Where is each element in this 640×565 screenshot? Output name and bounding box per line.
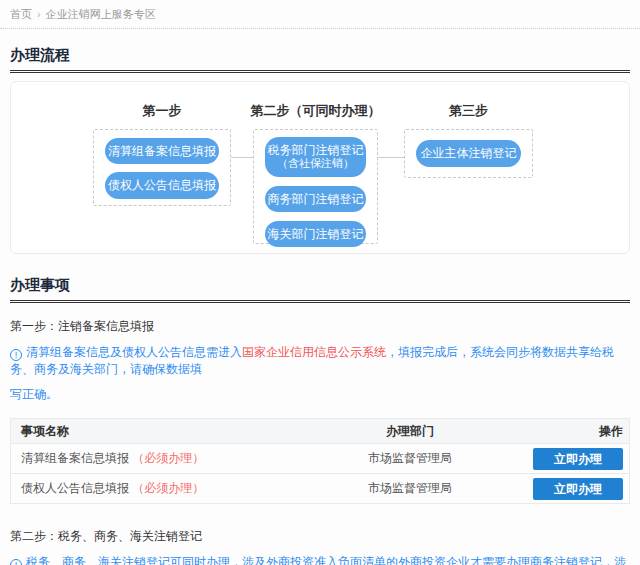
breadcrumb-home-link[interactable]: 首页 bbox=[10, 8, 32, 20]
breadcrumb-current: 企业注销网上服务专区 bbox=[46, 8, 156, 20]
flow-step1-label: 第一步 bbox=[93, 102, 231, 120]
handle-now-button[interactable]: 立即办理 bbox=[533, 478, 623, 500]
flow-diagram: 第一步 第二步（可同时办理） 第三步 清算组备案信息填报 债权人公告信息填报 税… bbox=[10, 81, 630, 254]
department-cell: 市场监督管理局 bbox=[287, 474, 533, 504]
flow-step3-group: 企业主体注销登记 bbox=[404, 129, 533, 178]
credit-system-link[interactable]: 国家企业信用信息公示系统 bbox=[242, 345, 386, 359]
department-cell: 市场监督管理局 bbox=[287, 444, 533, 474]
step2-note: !税务、商务、海关注销登记可同时办理，涉及外商投资准入负面清单的外商投资企业才需… bbox=[10, 554, 630, 565]
items-table: 事项名称 办理部门 操作 清算组备案信息填报 （必须办理） 市场监督管理局 立即… bbox=[10, 418, 630, 504]
table-row: 清算组备案信息填报 （必须办理） 市场监督管理局 立即办理 bbox=[11, 444, 630, 474]
flow-step2-label: 第二步（可同时办理） bbox=[253, 102, 378, 120]
flow-node-label: 税务部门注销登记 bbox=[268, 143, 364, 157]
action-cell: 立即办理 bbox=[533, 444, 630, 474]
handle-now-button[interactable]: 立即办理 bbox=[533, 448, 623, 470]
step1-note-tail: 写正确。 bbox=[10, 386, 630, 403]
action-cell: 立即办理 bbox=[533, 474, 630, 504]
flow-node-sublabel: （含社保注销） bbox=[267, 157, 364, 170]
item-name: 清算组备案信息填报 bbox=[21, 451, 129, 465]
flow-node-label: 企业主体注销登记 bbox=[421, 146, 517, 160]
flow-step3-label: 第三步 bbox=[404, 102, 533, 120]
step1-note-prefix: 清算组备案信息及债权人公告信息需进入 bbox=[26, 345, 242, 359]
table-header-item-name: 事项名称 bbox=[11, 419, 288, 444]
required-badge: （必须办理） bbox=[132, 451, 204, 465]
table-header-department: 办理部门 bbox=[287, 419, 533, 444]
table-header-action: 操作 bbox=[533, 419, 630, 444]
item-name-cell: 清算组备案信息填报 （必须办理） bbox=[11, 444, 288, 474]
flow-section-title: 办理流程 bbox=[10, 46, 630, 73]
step2-note-text: 税务、商务、海关注销登记可同时办理，涉及外商投资准入负面清单的外商投资企业才需要… bbox=[10, 555, 626, 565]
flow-node-entity-deregistration: 企业主体注销登记 bbox=[416, 140, 521, 166]
flow-node-creditor-announcement: 债权人公告信息填报 bbox=[105, 172, 219, 198]
flow-step2-group: 税务部门注销登记 （含社保注销） 商务部门注销登记 海关部门注销登记 bbox=[253, 129, 378, 244]
required-badge: （必须办理） bbox=[132, 481, 204, 495]
step1-note: !清算组备案信息及债权人公告信息需进入国家企业信用信息公示系统，填报完成后，系统… bbox=[10, 344, 630, 378]
breadcrumb-separator: › bbox=[37, 8, 41, 20]
item-name-cell: 债权人公告信息填报 （必须办理） bbox=[11, 474, 288, 504]
table-header-row: 事项名称 办理部门 操作 bbox=[11, 419, 630, 444]
flow-connector-2 bbox=[378, 157, 404, 158]
items-section-title: 办理事项 bbox=[10, 276, 630, 303]
flow-connector-1 bbox=[231, 157, 253, 158]
step1-heading: 第一步：注销备案信息填报 bbox=[10, 318, 630, 335]
breadcrumb: 首页›企业注销网上服务专区 bbox=[0, 0, 640, 29]
flow-node-commerce-deregistration: 商务部门注销登记 bbox=[265, 186, 366, 212]
info-icon: ! bbox=[10, 559, 22, 565]
flow-node-label: 商务部门注销登记 bbox=[268, 192, 364, 206]
flow-node-label: 清算组备案信息填报 bbox=[108, 144, 216, 158]
flow-node-customs-deregistration: 海关部门注销登记 bbox=[265, 221, 366, 247]
flow-node-label: 债权人公告信息填报 bbox=[108, 178, 216, 192]
flow-step1-group: 清算组备案信息填报 债权人公告信息填报 bbox=[93, 129, 231, 206]
info-icon: ! bbox=[10, 349, 22, 361]
flow-node-tax-deregistration: 税务部门注销登记 （含社保注销） bbox=[265, 137, 366, 177]
flow-node-label: 海关部门注销登记 bbox=[268, 227, 364, 241]
table-row: 债权人公告信息填报 （必须办理） 市场监督管理局 立即办理 bbox=[11, 474, 630, 504]
step2-heading: 第二步：税务、商务、海关注销登记 bbox=[10, 528, 630, 545]
flow-node-liquidation-filing: 清算组备案信息填报 bbox=[105, 138, 219, 164]
item-name: 债权人公告信息填报 bbox=[21, 481, 129, 495]
